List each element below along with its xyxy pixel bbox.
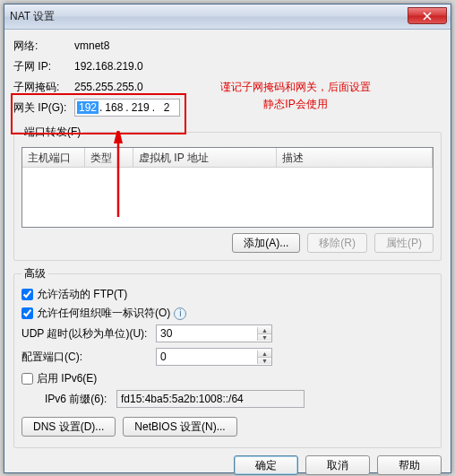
config-port-value[interactable]: 0 [157,351,257,363]
spin-up-icon[interactable]: ▲ [258,327,271,334]
dialog-footer: 确定 取消 帮助 [13,448,442,475]
gateway-octet-2[interactable]: 168 [103,101,124,114]
enable-ipv6-checkbox[interactable] [21,373,33,385]
ipv6-prefix-input: fd15:4ba5:5a2b:1008::/64 [116,390,305,408]
config-port-label: 配置端口(C): [21,350,156,365]
udp-timeout-label: UDP 超时(以秒为单位)(U): [21,326,156,342]
allow-ftp-label: 允许活动的 FTP(T) [37,287,127,302]
gateway-label: 网关 IP(G): [13,100,74,116]
gateway-octet-3[interactable]: 219 [130,101,151,114]
port-forwarding-group: 端口转发(F) 主机端口 类型 虚拟机 IP 地址 描述 添加(A)... 移除… [13,125,442,261]
enable-ipv6-label: 启用 IPv6(E) [37,371,97,386]
properties-button: 属性(P) [374,233,434,253]
allow-ftp-checkbox[interactable] [21,289,33,300]
config-port-input[interactable]: 0 ▲ ▼ [156,348,272,366]
title-bar[interactable]: NAT 设置 [4,4,451,30]
remove-button: 移除(R) [307,233,367,253]
spin-up-icon[interactable]: ▲ [258,351,271,358]
help-icon[interactable]: i [174,307,186,320]
nat-settings-dialog: NAT 设置 网络: vmnet8 子网 IP: 192.168.219.0 子… [4,4,451,473]
cfg-spinner[interactable]: ▲ ▼ [257,351,271,364]
network-value: vmnet8 [74,39,109,52]
col-vm-ip[interactable]: 虚拟机 IP 地址 [133,148,277,167]
subnet-ip-value: 192.168.219.0 [74,60,143,73]
dns-settings-button[interactable]: DNS 设置(D)... [21,417,116,437]
col-host-port[interactable]: 主机端口 [22,148,85,167]
ok-button[interactable]: 确定 [234,455,298,475]
col-desc[interactable]: 描述 [277,148,433,167]
ipv6-prefix-label: IPv6 前缀(6): [45,392,116,407]
ipv6-prefix-value: fd15:4ba5:5a2b:1008::/64 [121,393,244,405]
allow-oui-checkbox[interactable] [21,307,33,319]
gateway-ip-input[interactable]: 192. 168. 219. 2 [74,99,180,117]
window-title: NAT 设置 [10,9,55,24]
udp-spinner[interactable]: ▲ ▼ [257,327,271,341]
netbios-settings-button[interactable]: NetBIOS 设置(N)... [123,417,236,437]
subnet-mask-value: 255.255.255.0 [74,81,143,93]
port-forwarding-table[interactable]: 主机端口 类型 虚拟机 IP 地址 描述 [21,147,434,228]
subnet-mask-label: 子网掩码: [13,80,74,95]
advanced-group: 高级 允许活动的 FTP(T) 允许任何组织唯一标识符(O) i UDP 超时(… [13,266,442,448]
gateway-octet-4[interactable]: 2 [156,101,177,114]
cancel-button[interactable]: 取消 [305,455,370,475]
udp-timeout-input[interactable]: 30 ▲ ▼ [156,325,272,342]
spin-down-icon[interactable]: ▼ [258,358,271,364]
table-header: 主机端口 类型 虚拟机 IP 地址 描述 [22,148,433,168]
help-button[interactable]: 帮助 [377,455,442,475]
col-type[interactable]: 类型 [85,148,133,167]
network-label: 网络: [13,39,74,54]
allow-oui-label: 允许任何组织唯一标识符(O) [37,306,170,321]
port-forwarding-legend: 端口转发(F) [21,125,83,140]
subnet-ip-label: 子网 IP: [13,59,74,74]
spin-down-icon[interactable]: ▼ [258,334,271,341]
add-button[interactable]: 添加(A)... [232,233,300,253]
udp-timeout-value[interactable]: 30 [157,327,257,340]
close-icon [423,12,432,21]
advanced-legend: 高级 [21,266,48,281]
gateway-octet-1[interactable]: 192 [77,101,99,114]
table-body[interactable] [22,168,433,228]
close-button[interactable] [408,7,447,24]
